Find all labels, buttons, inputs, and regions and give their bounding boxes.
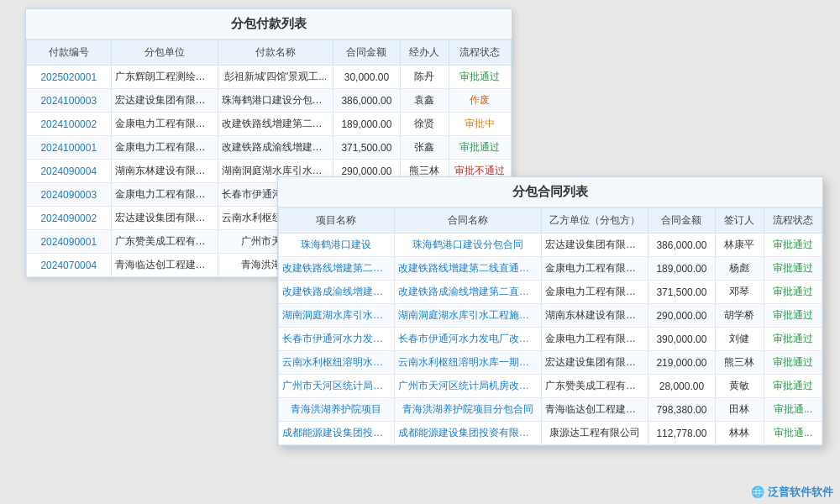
- payment-col-付款名称: 付款名称: [218, 40, 333, 66]
- contract-cell-2-4: 邓琴: [715, 281, 764, 304]
- payment-cell-2-1: 金康电力工程有限公司: [111, 113, 218, 136]
- payment-cell-2-3: 189,000.00: [333, 113, 400, 136]
- contract-table: 项目名称合同名称乙方单位（分包方）合同金额签订人流程状态 珠海鹤港口建设珠海鹤港…: [278, 207, 822, 445]
- contract-cell-1-5: 审批通过: [764, 257, 822, 281]
- contract-cell-5-0[interactable]: 云南水利枢纽溶明水库一期工程...: [279, 351, 395, 375]
- contract-cell-1-1[interactable]: 改建铁路线增建第二线直通线（成都-西...: [394, 257, 541, 281]
- payment-cell-2-2: 改建铁路线增建第二线...: [218, 113, 333, 136]
- contract-cell-2-2: 金康电力工程有限公司: [541, 281, 648, 304]
- contract-table-row[interactable]: 改建铁路线增建第二线直通线（...改建铁路线增建第二线直通线（成都-西...金康…: [279, 257, 822, 281]
- payment-cell-3-5: 审批通过: [449, 136, 511, 160]
- payment-cell-7-0[interactable]: 2024090001: [27, 230, 112, 254]
- contract-cell-4-1[interactable]: 长春市伊通河水力发电厂改建工程分包...: [394, 328, 541, 351]
- contract-table-row[interactable]: 成都能源建设集团投资有限公司...成都能源建设集团投资有限公司临时办...康源达…: [279, 422, 822, 445]
- contract-col-项目名称: 项目名称: [279, 208, 395, 234]
- payment-cell-1-2: 珠海鹤港口建设分包合...: [218, 89, 333, 113]
- contract-cell-0-4: 林康平: [715, 234, 764, 257]
- contract-cell-7-4: 田林: [715, 398, 764, 422]
- payment-cell-1-4: 袁鑫: [400, 89, 449, 113]
- contract-table-row[interactable]: 云南水利枢纽溶明水库一期工程...云南水利枢纽溶明水库一期工程施工标...宏达建…: [279, 351, 822, 375]
- contract-cell-1-3: 189,000.00: [648, 257, 716, 281]
- contract-cell-3-0[interactable]: 湖南洞庭湖水库引水工程施工标: [279, 304, 395, 328]
- contract-cell-4-5: 审批通过: [764, 328, 822, 351]
- payment-cell-4-0[interactable]: 2024090004: [27, 160, 112, 183]
- payment-cell-1-0[interactable]: 2024100003: [27, 89, 112, 113]
- payment-cell-0-3: 30,000.00: [333, 66, 400, 89]
- contract-cell-5-2: 宏达建设集团有限公司: [541, 351, 648, 375]
- contract-cell-7-2: 青海临达创工程建设有...: [541, 398, 648, 422]
- contract-col-合同金额: 合同金额: [648, 208, 716, 234]
- contract-cell-3-2: 湖南东林建设有限公司: [541, 304, 648, 328]
- contract-cell-1-0[interactable]: 改建铁路线增建第二线直通线（...: [279, 257, 395, 281]
- payment-cell-3-3: 371,500.00: [333, 136, 400, 160]
- payment-cell-7-1: 广东赞美成工程有限公司: [111, 230, 218, 254]
- payment-cell-4-1: 湖南东林建设有限公司: [111, 160, 218, 183]
- payment-table-row[interactable]: 2024100003宏达建设集团有限公司珠海鹤港口建设分包合...386,000…: [27, 89, 512, 113]
- payment-cell-8-1: 青海临达创工程建设有...: [111, 254, 218, 277]
- contract-table-row[interactable]: 青海洪湖养护院项目青海洪湖养护院项目分包合同青海临达创工程建设有...798,3…: [279, 398, 822, 422]
- contract-cell-5-1[interactable]: 云南水利枢纽溶明水库一期工程施工标...: [394, 351, 541, 375]
- contract-cell-7-1[interactable]: 青海洪湖养护院项目分包合同: [394, 398, 541, 422]
- payment-cell-0-0[interactable]: 2025020001: [27, 66, 112, 89]
- contract-cell-1-4: 杨彪: [715, 257, 764, 281]
- payment-cell-6-0[interactable]: 2024090002: [27, 207, 112, 230]
- contract-cell-3-4: 胡学桥: [715, 304, 764, 328]
- payment-cell-2-4: 徐贤: [400, 113, 449, 136]
- contract-cell-4-0[interactable]: 长春市伊通河水力发电厂改建工程: [279, 328, 395, 351]
- panel2-title: 分包合同列表: [278, 177, 822, 207]
- contract-table-row[interactable]: 长春市伊通河水力发电厂改建工程长春市伊通河水力发电厂改建工程分包...金康电力工…: [279, 328, 822, 351]
- contract-cell-8-4: 林林: [715, 422, 764, 445]
- contract-col-乙方单位（分包方）: 乙方单位（分包方）: [541, 208, 648, 234]
- contract-cell-6-5: 审批通过: [764, 375, 822, 398]
- payment-cell-8-0[interactable]: 2024070004: [27, 254, 112, 277]
- payment-cell-3-0[interactable]: 2024100001: [27, 136, 112, 160]
- contract-cell-7-0[interactable]: 青海洪湖养护院项目: [279, 398, 395, 422]
- payment-table-row[interactable]: 2025020001广东辉朗工程测绘公司彭祖新城'四馆'景观工...30,000…: [27, 66, 512, 89]
- contract-cell-0-1[interactable]: 珠海鹤港口建设分包合同: [394, 234, 541, 257]
- contract-cell-5-4: 熊三林: [715, 351, 764, 375]
- watermark-icon: 🌐: [751, 486, 764, 498]
- contract-cell-4-2: 金康电力工程有限公司: [541, 328, 648, 351]
- contract-cell-8-5: 审批通...: [764, 422, 822, 445]
- payment-col-流程状态: 流程状态: [449, 40, 511, 66]
- contract-cell-1-2: 金康电力工程有限公司: [541, 257, 648, 281]
- contract-table-row[interactable]: 广州市天河区统计局机房改造项目广州市天河区统计局机房改造项目分包...广东赞美成…: [279, 375, 822, 398]
- watermark: 🌐 泛普软件软件: [751, 485, 833, 500]
- payment-table-row[interactable]: 2024100002金康电力工程有限公司改建铁路线增建第二线...189,000…: [27, 113, 512, 136]
- contract-cell-8-3: 112,778.00: [648, 422, 716, 445]
- contract-cell-6-1[interactable]: 广州市天河区统计局机房改造项目分包...: [394, 375, 541, 398]
- payment-cell-1-3: 386,000.00: [333, 89, 400, 113]
- contract-col-签订人: 签订人: [715, 208, 764, 234]
- payment-cell-3-1: 金康电力工程有限公司: [111, 136, 218, 160]
- contract-cell-6-2: 广东赞美成工程有限公...: [541, 375, 648, 398]
- contract-cell-0-2: 宏达建设集团有限公司: [541, 234, 648, 257]
- panel1-title: 分包付款列表: [26, 9, 512, 39]
- contract-table-body: 珠海鹤港口建设珠海鹤港口建设分包合同宏达建设集团有限公司386,000.00林康…: [279, 234, 822, 445]
- contract-cell-7-3: 798,380.00: [648, 398, 716, 422]
- contract-cell-0-0[interactable]: 珠海鹤港口建设: [279, 234, 395, 257]
- contract-cell-0-3: 386,000.00: [648, 234, 716, 257]
- payment-col-经办人: 经办人: [400, 40, 449, 66]
- payment-col-分包单位: 分包单位: [111, 40, 218, 66]
- contract-cell-6-3: 28,000.00: [648, 375, 716, 398]
- contract-cell-8-1[interactable]: 成都能源建设集团投资有限公司临时办...: [394, 422, 541, 445]
- watermark-text: 泛普软件: [768, 486, 811, 498]
- contract-table-row[interactable]: 改建铁路成渝线增建第二直通线...改建铁路成渝线增建第二直通线（成渝...金康电…: [279, 281, 822, 304]
- contract-table-row[interactable]: 珠海鹤港口建设珠海鹤港口建设分包合同宏达建设集团有限公司386,000.00林康…: [279, 234, 822, 257]
- payment-cell-2-0[interactable]: 2024100002: [27, 113, 112, 136]
- contract-cell-2-0[interactable]: 改建铁路成渝线增建第二直通线...: [279, 281, 395, 304]
- payment-cell-3-4: 张鑫: [400, 136, 449, 160]
- contract-cell-5-3: 219,000.00: [648, 351, 716, 375]
- payment-cell-0-1: 广东辉朗工程测绘公司: [111, 66, 218, 89]
- contract-cell-8-0[interactable]: 成都能源建设集团投资有限公司...: [279, 422, 395, 445]
- contract-table-row[interactable]: 湖南洞庭湖水库引水工程施工标湖南洞庭湖水库引水工程施工标分包合同湖南东林建设有限…: [279, 304, 822, 328]
- contract-cell-2-5: 审批通过: [764, 281, 822, 304]
- payment-col-付款编号: 付款编号: [27, 40, 112, 66]
- payment-table-row[interactable]: 2024100001金康电力工程有限公司改建铁路成渝线增建第...371,500…: [27, 136, 512, 160]
- contract-cell-3-5: 审批通过: [764, 304, 822, 328]
- payment-cell-5-0[interactable]: 2024090003: [27, 183, 112, 207]
- payment-cell-1-5: 作废: [449, 89, 511, 113]
- contract-cell-6-0[interactable]: 广州市天河区统计局机房改造项目: [279, 375, 395, 398]
- contract-cell-3-1[interactable]: 湖南洞庭湖水库引水工程施工标分包合同: [394, 304, 541, 328]
- contract-cell-2-1[interactable]: 改建铁路成渝线增建第二直通线（成渝...: [394, 281, 541, 304]
